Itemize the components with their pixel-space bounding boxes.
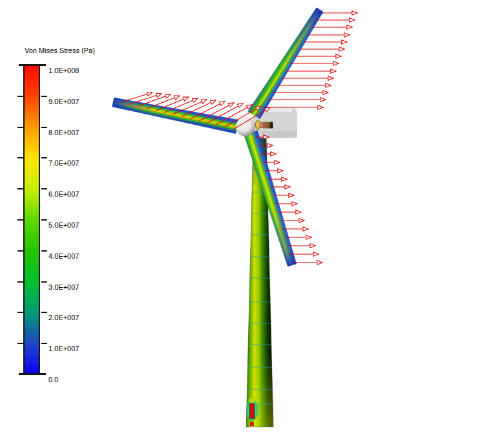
viewport-3d[interactable]: Von Mises Stress (Pa) 1.0E+0089.0E+0078.… xyxy=(0,0,504,443)
hub-sphere xyxy=(236,117,255,136)
blade-left xyxy=(112,98,239,134)
nacelle-top-highlight xyxy=(265,108,292,112)
wind-load-arrows xyxy=(121,13,357,263)
turbine-fea-scene xyxy=(0,0,504,443)
load-arrow xyxy=(129,94,162,104)
load-arrow xyxy=(121,92,152,102)
shaft-yellow-flange xyxy=(256,120,260,130)
